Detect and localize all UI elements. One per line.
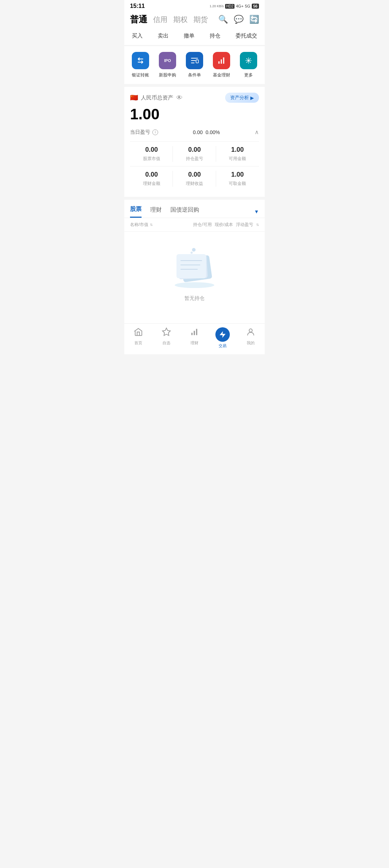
action-more[interactable]: 更多: [240, 52, 257, 78]
search-icon[interactable]: 🔍: [218, 15, 228, 24]
battery-indicator: 56: [252, 4, 259, 9]
action-condition[interactable]: 条件单: [186, 52, 203, 78]
stat-wealth-amount: 0.00 理财金额: [130, 171, 173, 187]
tab-dropdown-icon[interactable]: ▼: [254, 209, 259, 214]
account-type-tabs: 普通 信用 期权 期货: [130, 14, 208, 25]
col-position-info: 持仓/可用 现价/成本 浮动盈亏 ⇅: [193, 222, 259, 228]
stat-position-pnl: 0.00 持仓盈亏: [173, 146, 216, 162]
refresh-icon[interactable]: 🔄: [249, 15, 259, 24]
action-fund[interactable]: 基金理财: [213, 52, 230, 78]
speed-indicator: 1.20 KB/s: [210, 4, 224, 8]
svg-point-12: [192, 248, 196, 252]
bottom-nav: 首页 自选 理财 交易: [124, 323, 265, 354]
sort-icon-right[interactable]: ⇅: [256, 223, 259, 227]
asset-header: 🇨🇳 人民币总资产 👁 资产分析 ▶: [130, 93, 259, 103]
message-icon[interactable]: 💬: [234, 15, 243, 24]
daily-pnl-percent: 0.00%: [206, 129, 220, 135]
tab-options[interactable]: 期权: [173, 15, 188, 25]
nav-trade[interactable]: 交易: [209, 327, 237, 349]
nav-positions[interactable]: 持仓: [207, 31, 223, 41]
tab-futures[interactable]: 期货: [193, 15, 208, 25]
status-time: 15:11: [130, 3, 145, 9]
nav-orders[interactable]: 委托成交: [233, 31, 260, 41]
svg-point-17: [249, 329, 252, 332]
daily-pnl-amount: 0.00: [193, 129, 203, 135]
tab-credit[interactable]: 信用: [153, 15, 167, 25]
asset-section: 🇨🇳 人民币总资产 👁 资产分析 ▶ 1.00 当日盈亏 i 0.00 0.00…: [124, 87, 265, 197]
asset-title-row: 🇨🇳 人民币总资产 👁: [130, 94, 183, 102]
svg-point-5: [175, 282, 214, 288]
ipo-icon: IPO: [159, 52, 176, 69]
empty-illustration: [166, 246, 223, 289]
nav-buy[interactable]: 买入: [129, 31, 146, 41]
more-icon: [240, 52, 257, 69]
fund-label: 基金理财: [213, 72, 230, 78]
trade-active-icon: [215, 327, 230, 342]
trade-icon-wrapper: [215, 327, 230, 342]
nav-watchlist[interactable]: 自选: [152, 327, 180, 349]
visibility-toggle[interactable]: 👁: [176, 94, 183, 102]
tab-stocks[interactable]: 股票: [130, 205, 142, 218]
stat-wealth-income: 0.00 理财收益: [173, 171, 216, 187]
stat-stock-value: 0.00 股票市值: [130, 146, 173, 162]
stat-available-cash: 1.00 可用金额: [216, 146, 259, 162]
empty-text: 暂无持仓: [184, 295, 205, 302]
svg-point-4: [247, 59, 250, 62]
nav-wealth[interactable]: 理财: [180, 327, 209, 349]
fund-icon: [213, 52, 230, 69]
nav-profile[interactable]: 我的: [237, 327, 265, 349]
pnl-info-icon[interactable]: i: [152, 129, 158, 135]
stats-row-2: 0.00 理财金额 0.00 理财收益 1.00 可取金额: [130, 166, 259, 191]
status-bar: 15:11 1.20 KB/s HD2 4G+ 5G 56: [124, 0, 265, 11]
stats-grid: 0.00 股票市值 0.00 持仓盈亏 1.00 可用金额 0.00 理财金额 …: [130, 141, 259, 191]
ipo-label: 新股申购: [159, 72, 176, 78]
svg-rect-3: [223, 57, 224, 63]
transfer-label: 银证转账: [132, 72, 149, 78]
header-nav: 普通 信用 期权 期货 🔍 💬 🔄: [124, 11, 265, 28]
header-actions: 🔍 💬 🔄: [218, 15, 259, 24]
wealth-label: 理财: [191, 340, 198, 346]
star-icon: [162, 327, 171, 339]
currency-flag: 🇨🇳: [130, 94, 138, 102]
nav-home[interactable]: 首页: [124, 327, 152, 349]
stats-row-1: 0.00 股票市值 0.00 持仓盈亏 1.00 可用金额: [130, 141, 259, 166]
home-icon: [134, 327, 143, 339]
condition-icon: [186, 52, 203, 69]
svg-point-13: [191, 252, 193, 254]
collapse-icon[interactable]: ∧: [255, 129, 259, 136]
quick-actions: 银证转账 IPO 新股申购 条件单 基金理财: [124, 46, 265, 84]
tab-wealth[interactable]: 理财: [150, 206, 162, 217]
status-icons: 1.20 KB/s HD2 4G+ 5G 56: [210, 4, 259, 9]
wealth-icon: [190, 327, 199, 339]
nav-sell[interactable]: 卖出: [155, 31, 171, 41]
sort-icon-left[interactable]: ⇅: [150, 223, 153, 227]
svg-rect-8: [176, 254, 206, 278]
daily-pnl-values: 0.00 0.00%: [193, 129, 220, 135]
svg-rect-0: [196, 60, 198, 63]
nav-cancel[interactable]: 撤单: [181, 31, 197, 41]
signal-5g: 5G: [245, 4, 250, 8]
action-ipo[interactable]: IPO 新股申购: [159, 52, 176, 78]
sub-nav: 买入 卖出 撤单 持仓 委托成交: [124, 28, 265, 45]
daily-pnl-row: 当日盈亏 i 0.00 0.00% ∧: [130, 126, 259, 138]
analysis-arrow-icon: ▶: [250, 95, 254, 101]
condition-label: 条件单: [188, 72, 201, 78]
action-transfer[interactable]: 银证转账: [132, 52, 149, 78]
svg-rect-2: [221, 59, 222, 64]
col-name-value: 名称/市值 ⇅: [130, 222, 153, 228]
transfer-icon: [132, 52, 149, 69]
total-assets-value: 1.00: [130, 106, 259, 123]
tab-repo[interactable]: 国债逆回购: [170, 206, 199, 217]
signal-4g: 4G+: [236, 4, 243, 8]
holdings-table-header: 名称/市值 ⇅ 持仓/可用 现价/成本 浮动盈亏 ⇅: [124, 218, 265, 232]
stat-withdrawable: 1.00 可取金额: [216, 171, 259, 187]
daily-pnl-label: 当日盈亏 i: [130, 129, 158, 136]
svg-rect-15: [194, 331, 195, 335]
profile-label: 我的: [247, 340, 255, 346]
svg-rect-14: [191, 333, 192, 335]
hd-badge: HD2: [225, 4, 234, 9]
profile-icon: [246, 327, 255, 339]
tab-normal[interactable]: 普通: [130, 14, 147, 25]
svg-rect-16: [196, 329, 197, 335]
asset-analysis-button[interactable]: 资产分析 ▶: [225, 93, 259, 103]
